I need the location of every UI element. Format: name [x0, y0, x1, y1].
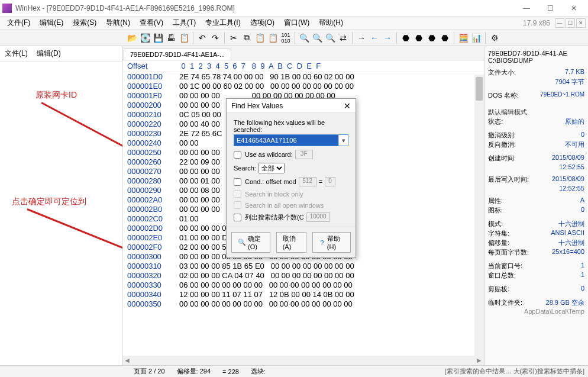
column-header: 0 1 2 3 4 5 6 7 8 9 A B C D E F	[179, 62, 484, 70]
dialog-close-button[interactable]: ✕	[344, 101, 351, 111]
attr-label: 属性:	[488, 196, 503, 205]
wildcard-value[interactable]: 3F	[295, 150, 313, 159]
undo-value: 0	[581, 131, 584, 140]
hex-row[interactable]: 0000035000 00 00 00 00 00 00 00 00 00 00…	[127, 299, 484, 309]
info-panel: 79E0EDD7-9D1D-4F41-AE C:\BIOS\DUMP 文件大小:…	[484, 46, 588, 365]
hex-row[interactable]: 0000033006 00 00 00 00 00 00 00 00 00 00…	[127, 281, 484, 290]
print-icon[interactable]: 🖶	[165, 32, 177, 44]
find-hex-icon[interactable]: 🔍	[311, 32, 323, 44]
charset-label: 字符集:	[488, 229, 509, 238]
cancel-button[interactable]: 取消(A)	[276, 232, 306, 253]
mdi-restore-button[interactable]: ☐	[566, 18, 575, 28]
cond-b[interactable]: 0	[325, 177, 335, 186]
save-icon[interactable]: 💾	[152, 32, 164, 44]
binary-icon[interactable]: 101010	[280, 32, 292, 44]
dialog-title: Find Hex Values	[231, 102, 344, 110]
menubar: 文件(F) 编辑(E) 搜索(S) 导航(N) 查看(V) 工具(T) 专业工具…	[0, 17, 588, 30]
menu-tools[interactable]: 工具(T)	[168, 17, 201, 29]
back-icon[interactable]: ←	[369, 32, 380, 44]
cut-icon[interactable]: ✂	[228, 32, 240, 44]
cond-a[interactable]: 512	[299, 177, 316, 186]
annotation-1: 原装网卡ID	[35, 90, 77, 101]
status-page: 页面 2 / 20	[134, 367, 165, 376]
dropdown-icon[interactable]: ▾	[338, 135, 348, 146]
temp-value: 28.9 GB 空余	[546, 298, 584, 307]
menu-pro[interactable]: 专业工具(I)	[201, 17, 245, 29]
close-button[interactable]: ✕	[562, 1, 586, 15]
hex-value-input[interactable]	[234, 135, 338, 146]
minimize-button[interactable]: —	[515, 1, 538, 15]
disk-icon[interactable]: 💽	[139, 32, 151, 44]
disk2-icon[interactable]: ⬣	[413, 32, 425, 44]
menu-help[interactable]: 帮助(H)	[314, 17, 348, 29]
copy-icon[interactable]: ⧉	[241, 32, 253, 44]
analyze-icon[interactable]: 📊	[470, 32, 482, 44]
curwin-value: 1	[581, 262, 584, 270]
left-panel: 文件(L) 编辑(D) 原装网卡ID 点击确定即可定位到	[0, 46, 122, 365]
status-sel: 选块:	[251, 367, 266, 376]
paste-icon[interactable]: 📋	[254, 32, 266, 44]
menu-search[interactable]: 搜索(S)	[68, 17, 101, 29]
cond-checkbox[interactable]	[234, 178, 241, 186]
left-menu-edit[interactable]: 编辑(D)	[37, 49, 61, 57]
menu-nav[interactable]: 导航(N)	[101, 17, 135, 29]
temp-path: AppData\Local\Temp	[488, 308, 584, 315]
vertical-scrollbar[interactable]	[474, 75, 484, 356]
list-results-checkbox[interactable]	[234, 214, 241, 221]
menu-window[interactable]: 窗口(W)	[279, 17, 314, 29]
hex-row[interactable]: 000001E000 1C 00 00 60 02 00 00 00 00 00…	[127, 82, 484, 91]
find-text-icon[interactable]: 🔍	[324, 32, 336, 44]
mdi-min-button[interactable]: —	[555, 18, 564, 28]
replace-icon[interactable]: ⇄	[337, 32, 349, 44]
hex-row[interactable]: 0000034012 00 00 00 11 07 11 07 12 0B 00…	[127, 290, 484, 299]
state-label: 状态:	[488, 117, 503, 126]
horizontal-scrollbar[interactable]: ◄►	[122, 356, 484, 365]
wildcard-label: Use as wildcard:	[245, 151, 293, 158]
icon-value: 0	[581, 206, 584, 215]
help-button[interactable]: ?帮助(H)	[312, 232, 351, 253]
search-scope-label: Search:	[234, 165, 256, 172]
hex-row[interactable]: 000001D02E 74 65 78 74 00 00 00 90 1B 00…	[127, 72, 484, 82]
list-results-value[interactable]: 10000	[306, 212, 330, 222]
options-icon[interactable]: ⚙	[489, 32, 500, 44]
file-tab[interactable]: 79E0EDD7-9D1D-4F41-AE1A-...	[124, 49, 231, 60]
cond-eq: =	[319, 178, 322, 185]
ok-button[interactable]: 🔍确定(O)	[231, 232, 270, 253]
menu-file[interactable]: 文件(F)	[2, 17, 35, 29]
clip-label: 剪贴板:	[488, 285, 509, 294]
forward-icon[interactable]: →	[382, 32, 393, 44]
menu-edit[interactable]: 编辑(E)	[35, 17, 68, 29]
properties-icon[interactable]: 📋	[178, 32, 190, 44]
redo-icon[interactable]: ↷	[209, 32, 221, 44]
maximize-button[interactable]: ☐	[538, 1, 562, 15]
wildcard-checkbox[interactable]	[234, 151, 241, 159]
state-value: 原始的	[565, 117, 584, 126]
search-icon: 🔍	[238, 239, 246, 247]
left-menu-file[interactable]: 文件(L)	[5, 49, 28, 57]
hex-row[interactable]: 0000032002 00 00 00 CA 04 07 40 00 00 00…	[127, 271, 484, 281]
all-windows-label: Search in all open windows	[245, 202, 324, 209]
status-offset-label: 偏移量:	[177, 368, 198, 375]
disk3-icon[interactable]: ⬣	[426, 32, 438, 44]
status-hint: [索引搜索的命中结果… 大(索引)搜索标签中插条]	[277, 367, 584, 376]
hex-row[interactable]: 0000031003 00 00 00 85 1B 65 E0 00 00 00…	[127, 262, 484, 271]
hex-value-combo[interactable]: ▾	[234, 134, 348, 146]
goto-icon[interactable]: →	[356, 32, 367, 44]
menu-view[interactable]: 查看(V)	[135, 17, 168, 29]
undo-icon[interactable]: ↶	[196, 32, 208, 44]
mode-value: 十六进制	[558, 220, 584, 228]
toolbar: 📂 💽 💾 🖶 📋 ↶ ↷ ✂ ⧉ 📋 📋 101010 🔍 🔍 🔍 ⇄ → ←…	[0, 30, 588, 46]
search-scope-select[interactable]: 全部	[259, 163, 285, 173]
disk1-icon[interactable]: ⬣	[400, 32, 412, 44]
ofsfmt-label: 偏移量:	[488, 239, 509, 247]
find-hex-dialog: Find Hex Values ✕ The following hex valu…	[226, 98, 356, 258]
menu-options[interactable]: 选项(O)	[245, 17, 279, 29]
mdi-close-button[interactable]: ✕	[576, 18, 586, 28]
ctime-label: 创建时间:	[488, 154, 516, 163]
disk4-icon[interactable]: ⬣	[439, 32, 451, 44]
find-icon[interactable]: 🔍	[298, 32, 310, 44]
paste2-icon[interactable]: 📋	[267, 32, 279, 44]
scroll-thumb[interactable]	[476, 77, 483, 101]
calc-icon[interactable]: 🧮	[457, 32, 469, 44]
open-icon[interactable]: 📂	[126, 32, 138, 44]
